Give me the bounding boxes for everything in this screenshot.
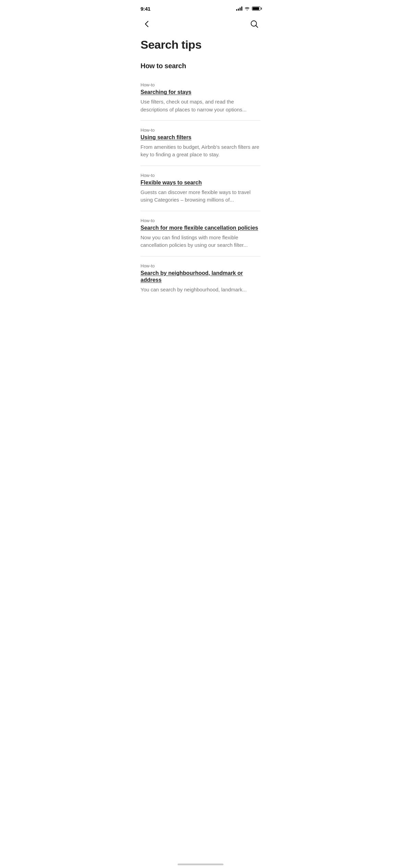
signal-bar-3 — [240, 8, 241, 11]
back-button[interactable] — [141, 18, 153, 30]
article-excerpt: Use filters, check out maps, and read th… — [141, 98, 260, 113]
signal-bar-1 — [236, 9, 237, 11]
nav-bar — [134, 15, 267, 33]
article-excerpt: You can search by neighbourhood, landmar… — [141, 286, 260, 294]
page-title-section: Search tips — [134, 33, 267, 59]
article-title: Search by neighbourhood, landmark or add… — [141, 270, 260, 284]
article-excerpt: From amenities to budget, Airbnb's searc… — [141, 143, 260, 159]
wifi-icon — [244, 7, 250, 11]
article-category: How-to — [141, 173, 260, 178]
article-title: Searching for stays — [141, 89, 260, 96]
article-item[interactable]: How-to Search for more flexible cancella… — [141, 211, 260, 256]
article-title: Flexible ways to search — [141, 179, 260, 186]
status-bar: 9:41 — [134, 0, 267, 15]
svg-line-1 — [256, 26, 258, 28]
article-excerpt: Guests can discover more flexible ways t… — [141, 189, 260, 204]
article-title: Search for more flexible cancellation po… — [141, 225, 260, 232]
article-item[interactable]: How-to Searching for stays Use filters, … — [141, 75, 260, 121]
article-item[interactable]: How-to Using search filters From ameniti… — [141, 121, 260, 166]
back-chevron-icon — [145, 21, 148, 27]
battery-fill — [253, 7, 259, 10]
status-time: 9:41 — [141, 6, 150, 12]
article-title: Using search filters — [141, 134, 260, 141]
article-category: How-to — [141, 128, 260, 133]
article-item[interactable]: How-to Flexible ways to search Guests ca… — [141, 166, 260, 211]
signal-icon — [236, 7, 242, 11]
battery-icon — [252, 7, 260, 11]
article-excerpt: Now you can find listings with more flex… — [141, 234, 260, 249]
article-category: How-to — [141, 82, 260, 87]
articles-list: How-to Searching for stays Use filters, … — [134, 75, 267, 300]
article-category: How-to — [141, 218, 260, 223]
search-icon — [251, 20, 258, 28]
signal-bar-4 — [241, 7, 242, 11]
section-header: How to search — [134, 59, 267, 75]
article-category: How-to — [141, 263, 260, 268]
page-title: Search tips — [141, 38, 260, 51]
article-item[interactable]: How-to Search by neighbourhood, landmark… — [141, 256, 260, 301]
signal-bar-2 — [238, 9, 239, 11]
search-button[interactable] — [248, 18, 260, 30]
status-icons — [236, 7, 260, 11]
section-heading: How to search — [141, 62, 260, 70]
